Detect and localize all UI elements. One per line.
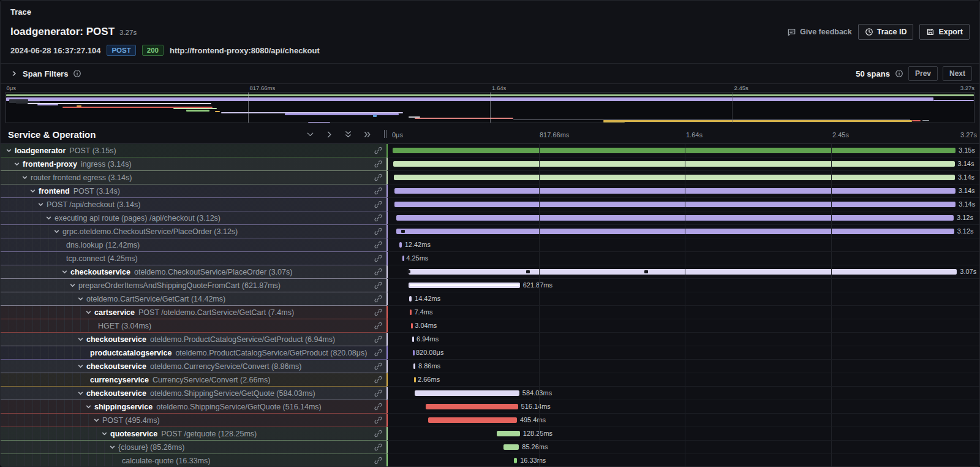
span-row[interactable]: POST (495.4ms) 495.4ms <box>1 414 979 427</box>
span-name-cell[interactable]: grpc.oteldemo.CheckoutService/PlaceOrder… <box>1 225 386 238</box>
span-name-cell[interactable]: checkoutservice oteldemo.CheckoutService… <box>1 265 386 279</box>
span-name-cell[interactable]: frontend-proxy ingress (3.14s) <box>1 158 386 171</box>
span-bar[interactable] <box>399 242 402 248</box>
span-row[interactable]: tcp.connect (4.25ms) 4.25ms <box>1 252 979 265</box>
span-bar[interactable] <box>394 202 956 207</box>
span-bar[interactable] <box>409 283 519 288</box>
span-row[interactable]: dns.lookup (12.42ms) 12.42ms <box>1 238 979 252</box>
span-bar-cell[interactable]: 2.66ms <box>386 373 979 387</box>
chevron-down-icon[interactable] <box>77 336 84 343</box>
prev-span-button[interactable]: Prev <box>908 66 938 81</box>
expand-all-icon[interactable] <box>363 130 372 139</box>
span-bar-cell[interactable]: 4.25ms <box>386 252 979 265</box>
span-bar[interactable] <box>413 363 415 369</box>
breadcrumb-trace[interactable]: Trace <box>10 7 31 17</box>
link-icon[interactable] <box>374 416 383 425</box>
span-name-cell[interactable]: quoteservice POST /getquote (128.25ms) <box>1 427 386 441</box>
span-bar-cell[interactable]: 3.15s <box>386 144 979 158</box>
span-bar-cell[interactable]: 621.87ms <box>386 279 979 292</box>
span-name-cell[interactable]: tcp.connect (4.25ms) <box>1 252 386 265</box>
span-name-cell[interactable]: currencyservice CurrencyService/Convert … <box>1 373 386 387</box>
span-bar[interactable] <box>428 417 517 423</box>
span-bar-cell[interactable]: 16.33ms <box>386 454 979 467</box>
span-bar-cell[interactable]: 85.26ms <box>386 441 979 454</box>
span-row[interactable]: frontend-proxy ingress (3.14s) 3.14s <box>1 158 979 171</box>
link-icon[interactable] <box>374 281 383 290</box>
chevron-down-icon[interactable] <box>53 228 60 235</box>
give-feedback-button[interactable]: Give feedback <box>787 28 852 37</box>
span-bar-cell[interactable]: 495.4ms <box>386 414 979 427</box>
span-bar[interactable] <box>396 229 954 234</box>
span-row[interactable]: currencyservice CurrencyService/Convert … <box>1 373 979 387</box>
span-bar[interactable] <box>414 377 416 382</box>
chevron-down-icon[interactable] <box>37 201 44 208</box>
span-bar[interactable] <box>415 390 519 396</box>
chevron-down-icon[interactable] <box>77 363 84 370</box>
span-name-cell[interactable]: HGET (3.04ms) <box>1 319 386 333</box>
span-name-cell[interactable]: calculate-quote (16.33ms) <box>1 454 386 467</box>
span-bar-cell[interactable]: 3.04ms <box>386 319 979 333</box>
span-bar[interactable] <box>402 256 404 261</box>
link-icon[interactable] <box>374 267 383 276</box>
info-icon[interactable] <box>895 69 903 78</box>
chevron-down-icon[interactable] <box>85 309 92 316</box>
link-icon[interactable] <box>374 348 383 357</box>
export-button[interactable]: Export <box>919 24 970 40</box>
link-icon[interactable] <box>374 429 383 438</box>
link-icon[interactable] <box>374 456 383 465</box>
chevron-down-icon[interactable] <box>45 215 52 221</box>
span-bar[interactable] <box>411 323 413 328</box>
span-row[interactable]: calculate-quote (16.33ms) 16.33ms <box>1 454 979 467</box>
link-icon[interactable] <box>374 389 383 398</box>
span-row[interactable]: {closure} (85.26ms) 85.26ms <box>1 441 979 454</box>
link-icon[interactable] <box>374 362 383 371</box>
link-icon[interactable] <box>374 240 383 249</box>
link-icon[interactable] <box>374 200 383 209</box>
info-icon[interactable] <box>73 69 81 78</box>
span-row[interactable]: shippingservice oteldemo.ShippingService… <box>1 400 979 414</box>
span-bar[interactable] <box>514 458 517 463</box>
span-name-cell[interactable]: dns.lookup (12.42ms) <box>1 238 386 252</box>
span-name-cell[interactable]: checkoutservice oteldemo.ShippingService… <box>1 387 386 400</box>
span-row[interactable]: checkoutservice oteldemo.ProductCatalogS… <box>1 333 979 346</box>
link-icon[interactable] <box>374 254 383 263</box>
span-row[interactable]: frontend POST (3.14s) 3.14s <box>1 184 979 198</box>
trace-id-button[interactable]: Trace ID <box>858 24 914 40</box>
span-bar[interactable] <box>409 296 412 302</box>
span-bar-cell[interactable]: 820.08μs <box>386 346 979 360</box>
span-name-cell[interactable]: router frontend egress (3.14s) <box>1 171 386 184</box>
span-bar[interactable] <box>396 215 954 221</box>
span-bar-cell[interactable]: 7.4ms <box>386 306 979 319</box>
span-bar-cell[interactable]: 516.14ms <box>386 400 979 414</box>
chevron-down-icon[interactable] <box>101 430 108 437</box>
span-row[interactable]: HGET (3.04ms) 3.04ms <box>1 319 979 333</box>
span-bar[interactable] <box>412 336 414 342</box>
span-row[interactable]: checkoutservice oteldemo.CurrencyService… <box>1 360 979 373</box>
span-name-cell[interactable]: shippingservice oteldemo.ShippingService… <box>1 400 386 414</box>
span-name-cell[interactable]: executing api route (pages) /api/checkou… <box>1 211 386 225</box>
chevron-down-icon[interactable] <box>61 268 68 275</box>
span-bar-cell[interactable]: 3.12s <box>386 211 979 225</box>
span-name-cell[interactable]: {closure} (85.26ms) <box>1 441 386 454</box>
chevron-down-icon[interactable] <box>6 147 12 154</box>
span-name-cell[interactable]: prepareOrderItemsAndShippingQuoteFromCar… <box>1 279 386 292</box>
span-bar-cell[interactable]: 3.12s <box>386 225 979 238</box>
link-icon[interactable] <box>374 294 383 303</box>
span-row[interactable]: loadgenerator POST (3.15s) 3.15s <box>1 144 979 158</box>
span-bar[interactable] <box>394 188 956 194</box>
link-icon[interactable] <box>374 146 383 155</box>
span-name-cell[interactable]: productcatalogservice oteldemo.ProductCa… <box>1 346 386 360</box>
span-row[interactable]: cartservice POST /oteldemo.CartService/G… <box>1 306 979 319</box>
span-row[interactable]: prepareOrderItemsAndShippingQuoteFromCar… <box>1 279 979 292</box>
span-bar[interactable] <box>393 148 956 153</box>
link-icon[interactable] <box>374 159 383 169</box>
span-bar[interactable] <box>503 444 519 450</box>
link-icon[interactable] <box>374 375 383 384</box>
span-bar[interactable] <box>410 309 412 315</box>
chevron-down-icon[interactable] <box>77 295 84 302</box>
span-bar-cell[interactable]: 3.14s <box>386 184 979 198</box>
span-bar-cell[interactable]: 3.14s <box>386 158 979 171</box>
span-row[interactable]: checkoutservice oteldemo.CheckoutService… <box>1 265 979 279</box>
span-row[interactable]: quoteservice POST /getquote (128.25ms) 1… <box>1 427 979 441</box>
collapse-one-icon[interactable] <box>306 130 315 139</box>
